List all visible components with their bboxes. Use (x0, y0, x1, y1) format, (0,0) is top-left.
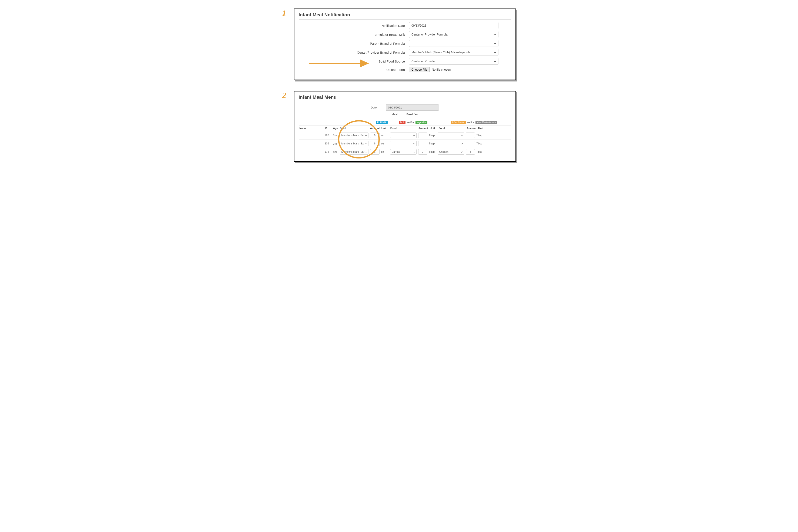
cereal-meat-amount-input[interactable] (466, 141, 475, 146)
cell-id: 206 (324, 142, 332, 145)
fruit-veg-select[interactable]: Carrots (390, 149, 417, 155)
infant-meal-menu-panel: Infant Meal Menu Date Meal Breakfast Flu… (294, 91, 516, 162)
label-notification-date: Notification Date (299, 24, 409, 27)
formula-source-select[interactable]: Center or Provider Formula (409, 31, 498, 38)
step-2-wrap: 2 Infant Meal Menu Date Meal Breakfast F… (282, 91, 516, 162)
step-1-number: 1 (282, 8, 286, 18)
fluid-milk-amount-input[interactable] (370, 141, 380, 146)
meal-date-label: Date (371, 106, 381, 109)
col-name: Name (299, 127, 324, 130)
row-provider-brand: Center/Provider Brand of Formula Member'… (299, 49, 511, 56)
table-row: 197 3m Member's Mark (Sam oz Tbsp Tbsp (299, 131, 511, 139)
row-formula-source: Formula or Breast Milk Center or Provide… (299, 31, 511, 38)
tag-fruit: Fruit (399, 121, 405, 124)
col-id: ID (324, 127, 332, 130)
step-1-wrap: 1 Infant Meal Notification Notification … (282, 8, 516, 80)
cereal-meat-select[interactable]: Chicken (438, 149, 464, 155)
cell-unit-1: oz (380, 150, 389, 153)
cell-id: 178 (324, 150, 332, 153)
col-amount-3: Amount (466, 127, 477, 130)
tag-infant-cereal: Infant Cereal (451, 121, 466, 124)
label-provider-brand: Center/Provider Brand of Formula (299, 51, 409, 54)
meal-name-value: Breakfast (406, 113, 418, 116)
andor-2: and/or (467, 121, 474, 124)
cell-unit-3: Tbsp (476, 142, 484, 145)
column-headers: Name ID Age Food Amount Unit Food Amount… (299, 126, 511, 131)
cereal-meat-select[interactable] (438, 141, 464, 146)
col-amount-2: Amount (418, 127, 429, 130)
col-food-3: Food (438, 127, 466, 130)
menu-rows: 197 3m Member's Mark (Sam oz Tbsp Tbsp 2… (299, 131, 511, 156)
step-2-number: 2 (282, 90, 286, 100)
row-notification-date: Notification Date (299, 22, 511, 29)
col-age: Age (332, 127, 339, 130)
fluid-milk-select[interactable]: Member's Mark (Sam (340, 141, 368, 146)
cell-unit-2: Tbsp (428, 134, 437, 137)
provider-brand-select[interactable]: Member's Mark (Sam's Club) Advantage Inf… (409, 49, 498, 56)
meal-date-row: Date (371, 104, 439, 111)
row-parent-brand: Parent Brand of Formula (299, 40, 511, 47)
cell-age: 3m (332, 134, 339, 137)
label-parent-brand: Parent Brand of Formula (299, 42, 409, 45)
label-formula-source: Formula or Breast Milk (299, 33, 409, 36)
solid-food-select[interactable]: Center or Provider (409, 58, 498, 65)
col-food-2: Food (390, 127, 418, 130)
col-unit-2: Unit (429, 127, 438, 130)
andor-1: and/or (407, 121, 414, 124)
cell-unit-1: oz (380, 134, 389, 137)
col-unit-1: Unit (381, 127, 390, 130)
choose-file-button[interactable]: Choose File (409, 67, 430, 72)
meal-date-input (386, 104, 439, 111)
fruit-veg-select[interactable] (390, 133, 417, 138)
cell-unit-1: oz (380, 142, 389, 145)
row-upload-form: Upload Form Choose File No file chosen (299, 67, 511, 72)
label-upload-form: Upload Form (299, 68, 409, 72)
meal-name-row: Meal Breakfast (392, 113, 418, 116)
fluid-milk-amount-input[interactable] (370, 133, 380, 138)
fruit-veg-amount-input[interactable] (418, 133, 427, 138)
fruit-veg-select[interactable] (390, 141, 417, 146)
tag-fluid-milk: Fluid Milk (376, 121, 387, 124)
menu-title: Infant Meal Menu (299, 94, 511, 102)
notification-date-input[interactable] (409, 22, 498, 29)
cell-unit-2: Tbsp (428, 142, 437, 145)
component-group-header: Fluid Milk Fruit and/or Vegetable Infant… (299, 119, 511, 126)
tag-meat-alternate: Meat/Meat Alternate (475, 121, 497, 124)
table-row: 178 8m Member's Mark (Sam oz Carrots Tbs… (299, 148, 511, 156)
meal-meta: Date Meal Breakfast (299, 104, 511, 116)
cereal-meat-select[interactable] (438, 133, 464, 138)
fruit-veg-amount-input[interactable] (418, 141, 427, 146)
parent-brand-select[interactable] (409, 40, 498, 47)
cell-age: 8m (332, 150, 339, 154)
cell-unit-3: Tbsp (476, 150, 484, 153)
file-chosen-status: No file chosen (432, 68, 451, 71)
meal-label: Meal (392, 113, 402, 116)
label-solid-food: Solid Food Source (299, 60, 409, 63)
col-unit-3: Unit (477, 127, 486, 130)
cell-unit-3: Tbsp (476, 134, 484, 137)
fluid-milk-select[interactable]: Member's Mark (Sam (340, 149, 368, 155)
cell-age: 3m (332, 142, 339, 145)
row-solid-food: Solid Food Source Center or Provider (299, 58, 511, 65)
cereal-meat-amount-input[interactable] (466, 133, 475, 138)
table-row: 206 3m Member's Mark (Sam oz Tbsp Tbsp (299, 139, 511, 148)
fluid-milk-amount-input[interactable] (370, 149, 380, 155)
cereal-meat-amount-input[interactable] (466, 149, 475, 155)
fruit-veg-amount-input[interactable] (418, 149, 427, 155)
fluid-milk-select[interactable]: Member's Mark (Sam (340, 133, 368, 138)
cell-id: 197 (324, 134, 332, 137)
col-food-1: Food (339, 127, 369, 130)
col-amount-1: Amount (369, 127, 381, 130)
cell-unit-2: Tbsp (428, 150, 437, 153)
infant-meal-notification-panel: Infant Meal Notification Notification Da… (294, 8, 516, 80)
tag-vegetable: Vegetable (416, 121, 428, 124)
notification-title: Infant Meal Notification (299, 11, 511, 20)
